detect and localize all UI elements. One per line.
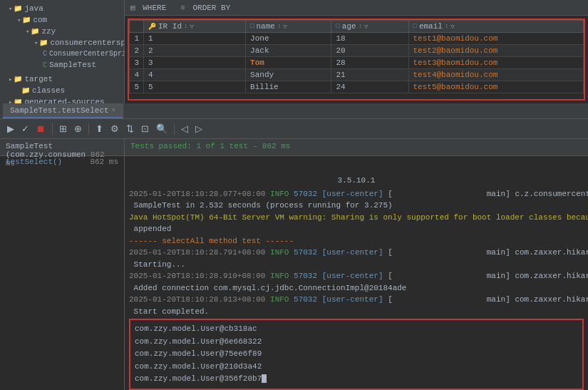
tree-label: java (24, 4, 43, 13)
test-passed-text: Tests passed: 1 of 1 test – 862 ms (130, 142, 290, 150)
tree-label: zzy (41, 27, 56, 36)
check-button[interactable]: ✓ (19, 122, 32, 135)
tree-item-generated-sources[interactable]: ▸ 📁 generated-sources (0, 96, 124, 103)
tree-item-app-tests[interactable]: C ConsumerCenterSpringbootApplicationTes… (0, 48, 124, 59)
log-line: Starting... (129, 259, 584, 271)
cell-email: test3@baomidou.com (408, 57, 583, 69)
row-number: 1 (130, 33, 144, 45)
col-header-name[interactable]: □ name ↕ ▽ (246, 21, 331, 33)
sort-button[interactable]: ⇅ (123, 122, 137, 135)
tree-item-consumercenterspringboot[interactable]: ▾ 📁 consumercenterspringboot (0, 37, 124, 48)
nav-prev-button[interactable]: ◁ (178, 122, 191, 135)
cell-id: 2 (144, 45, 246, 57)
arrow-icon: ▾ (17, 16, 21, 24)
folder-icon: 📁 (31, 27, 39, 36)
tree-button[interactable]: ⊞ (56, 122, 70, 135)
filter-icon[interactable]: ▽ (450, 23, 454, 31)
col-header-age[interactable]: □ age ↕ ▽ (331, 21, 408, 33)
table-row[interactable]: 44Sandy21test4@baomidou.com (130, 69, 584, 81)
table-row[interactable]: 55Billie24test5@baomidou.com (130, 81, 584, 93)
folder-icon: 📁 (14, 98, 22, 103)
cell-id: 3 (144, 57, 246, 69)
bottom-section: SampleTest.testSelect × ▶ ✓ ⏹ ⊞ ⊕ ⬆ ⚙ ⇅ … (0, 103, 588, 390)
cell-email: test1@baomidou.com (408, 33, 583, 45)
folder-icon: 📁 (22, 16, 31, 24)
output-box: com.zzy.model.User@cb318accom.zzy.model.… (129, 319, 584, 390)
col-header-id[interactable]: 🔑 IR Id ↕ ▽ (144, 21, 246, 33)
cell-email: test5@baomidou.com (408, 81, 583, 93)
test-passed-info: Tests passed: 1 of 1 test – 862 ms (125, 139, 588, 155)
stop-button[interactable]: ⏹ (33, 122, 48, 135)
col-type-icon: □ (250, 23, 254, 30)
table-row[interactable]: 33Tom28test3@baomidou.com (130, 57, 584, 69)
log-line: 2025-01-20T18:10:28.077+08:00 INFO 57032… (129, 188, 584, 200)
sort-icon[interactable]: ↕ (445, 23, 448, 30)
sort-icon[interactable]: ↕ (359, 23, 362, 30)
table-body: 11Jone18test1@baomidou.com22Jack20test2@… (130, 33, 584, 93)
tree-item-zzy[interactable]: ▾ 📁 zzy (0, 26, 124, 37)
query-bar: ▤ WHERE ≡ ORDER BY (125, 0, 588, 16)
tab-label: SampleTest.testSelect (10, 106, 109, 115)
tab-close-icon[interactable]: × (112, 107, 115, 114)
folder-icon: 📁 (14, 4, 22, 13)
test-method-item[interactable]: testSelect() 862 ms (6, 158, 118, 166)
col-name-label: name (256, 22, 274, 31)
cell-age: 28 (331, 57, 408, 69)
tab-bar: SampleTest.testSelect × (0, 103, 588, 119)
output-line: com.zzy.model.User@210d3a42 (135, 361, 578, 374)
arrow-icon: ▾ (26, 28, 29, 36)
cell-age: 21 (331, 69, 408, 81)
console-output: 3.5.10.12025-01-20T18:10:28.077+08:00 IN… (125, 173, 588, 390)
row-number: 5 (130, 81, 144, 93)
arrow-icon: ▾ (9, 5, 12, 13)
test-method-name: testSelect() (6, 158, 62, 166)
java-icon: C (43, 50, 47, 58)
rerun-button[interactable]: ▶ (4, 122, 17, 135)
arrow-icon: ▾ (34, 39, 38, 47)
toolbar-separator-2 (88, 123, 89, 135)
folder-icon: 📁 (21, 86, 30, 95)
query-result-panel: ▤ WHERE ≡ ORDER BY 🔑 IR Id (125, 0, 588, 103)
expand-button[interactable]: ⊕ (71, 122, 85, 135)
cell-name: Jone (246, 33, 331, 45)
tree-item-target[interactable]: ▸ 📁 target (0, 73, 124, 85)
table-row[interactable]: 22Jack20test2@baomidou.com (130, 45, 584, 57)
nav-next-button[interactable]: ▷ (192, 122, 205, 135)
filter-button[interactable]: ⊡ (138, 122, 152, 135)
tree-item-com[interactable]: ▾ 📁 com (0, 14, 124, 26)
sort-icon[interactable]: ↕ (277, 23, 281, 30)
cell-id: 4 (144, 69, 246, 81)
output-line: com.zzy.model.User@6e668322 (135, 336, 578, 349)
settings-button[interactable]: ⚙ (108, 122, 122, 135)
sort-icon[interactable]: ↕ (184, 23, 187, 30)
cursor (262, 374, 267, 383)
output-line: com.zzy.model.User@cb318ac (135, 323, 578, 336)
sidebar: ▾ 📁 java ▾ 📁 com ▾ 📁 zzy ▾ 📁 consume (0, 0, 125, 103)
test-method-row: testSelect() 862 ms (0, 156, 588, 173)
filter-icon[interactable]: ▽ (283, 23, 287, 31)
tree-item-java[interactable]: ▾ 📁 java (0, 3, 124, 14)
col-header-email[interactable]: □ email ↕ ▽ (408, 21, 583, 33)
search-button[interactable]: 🔍 (153, 122, 170, 135)
tree-label: ConsumerCenterSpringbootApplicationTests (49, 50, 125, 58)
cell-age: 20 (331, 45, 408, 57)
console-area: 3.5.10.12025-01-20T18:10:28.077+08:00 IN… (0, 173, 588, 390)
col-id-label: IR Id (158, 22, 182, 31)
table-header-row: 🔑 IR Id ↕ ▽ □ name ↕ ▽ (130, 21, 584, 33)
test-method-col: testSelect() 862 ms (0, 156, 125, 173)
orderby-label: ≡ ORDER BY (180, 4, 230, 12)
cell-age: 24 (331, 81, 408, 93)
tree-item-sample-test[interactable]: C SampleTest (0, 59, 124, 71)
cell-age: 18 (331, 33, 408, 45)
tab-sample-test[interactable]: SampleTest.testSelect × (3, 103, 123, 118)
filter-icon[interactable]: ▽ (364, 23, 368, 31)
export-button[interactable]: ⬆ (93, 122, 106, 135)
table-row[interactable]: 11Jone18test1@baomidou.com (130, 33, 584, 45)
log-line: 2025-01-20T18:10:28.910+08:00 INFO 57032… (129, 270, 584, 282)
filter-icon[interactable]: ▽ (190, 23, 193, 31)
log-line: Start completed. (129, 306, 584, 318)
col-type-icon: □ (413, 23, 417, 30)
tree-item-classes[interactable]: 📁 classes (0, 85, 124, 96)
col-type-icon: □ (336, 23, 339, 30)
top-section: ▾ 📁 java ▾ 📁 com ▾ 📁 zzy ▾ 📁 consume (0, 0, 588, 103)
